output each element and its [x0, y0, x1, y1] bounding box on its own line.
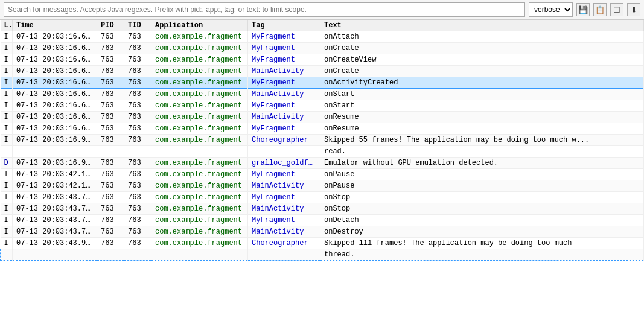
cell-level: I: [1, 238, 13, 249]
table-row[interactable]: I07-13 20:03:43.788763763com.example.fra…: [1, 226, 644, 238]
table-row[interactable]: I07-13 20:03:16.678763763com.example.fra…: [1, 89, 644, 100]
cell-app: com.example.fragment: [151, 123, 248, 135]
cell-time: 07-13 20:03:16.658: [13, 31, 97, 43]
toolbar: verbosedebuginfowarnerrorassert 💾 📋 ☐ ⬇: [0, 0, 644, 20]
cell-time: 07-13 20:03:43.788: [13, 226, 97, 238]
table-row[interactable]: I07-13 20:03:16.658763763com.example.fra…: [1, 54, 644, 66]
cell-tag: MyFragment: [248, 100, 320, 112]
cell-level: I: [1, 112, 13, 123]
cell-time: 07-13 20:03:16.908: [13, 135, 97, 146]
table-row[interactable]: I07-13 20:03:16.678763763com.example.fra…: [1, 66, 644, 77]
cell-pid: 763: [97, 158, 124, 169]
cell-time: 07-13 20:03:16.698: [13, 123, 97, 135]
cell-tag: MainActivity: [248, 112, 320, 123]
cell-tid: 763: [124, 31, 151, 43]
screenshot-button[interactable]: 📋: [593, 3, 607, 16]
table-row[interactable]: thread.: [1, 249, 644, 261]
col-header-text: Text: [320, 20, 644, 31]
save-button[interactable]: 💾: [576, 3, 590, 16]
cell-tid: 763: [124, 112, 151, 123]
table-row[interactable]: I07-13 20:03:16.688763763com.example.fra…: [1, 100, 644, 112]
cell-time: [13, 249, 97, 261]
table-row[interactable]: read.: [1, 146, 644, 158]
cell-tid: 763: [124, 100, 151, 112]
table-row[interactable]: I07-13 20:03:43.788763763com.example.fra…: [1, 203, 644, 215]
cell-tag: [248, 249, 320, 261]
cell-app: com.example.fragment: [151, 238, 248, 249]
cell-app: [151, 249, 248, 261]
cell-pid: 763: [97, 226, 124, 238]
search-input[interactable]: [4, 2, 525, 17]
cell-tid: 763: [124, 192, 151, 203]
cell-pid: 763: [97, 66, 124, 77]
cell-text: onResume: [320, 123, 644, 135]
table-row[interactable]: D07-13 20:03:16.978763763com.example.fra…: [1, 158, 644, 169]
table-row[interactable]: I07-13 20:03:43.788763763com.example.fra…: [1, 215, 644, 226]
table-row[interactable]: I07-13 20:03:16.688763763com.example.fra…: [1, 112, 644, 123]
cell-time: 07-13 20:03:16.678: [13, 66, 97, 77]
cell-pid: 763: [97, 77, 124, 89]
table-row[interactable]: I07-13 20:03:16.678763763com.example.fra…: [1, 77, 644, 89]
cell-app: com.example.fragment: [151, 180, 248, 192]
cell-pid: 763: [97, 215, 124, 226]
cell-level: I: [1, 54, 13, 66]
cell-level: I: [1, 169, 13, 180]
cell-time: [13, 146, 97, 158]
cell-level: I: [1, 180, 13, 192]
table-row[interactable]: I07-13 20:03:42.118763763com.example.fra…: [1, 180, 644, 192]
cell-text: onStop: [320, 203, 644, 215]
col-header-pid: PID: [97, 20, 124, 31]
table-row[interactable]: I07-13 20:03:43.788763763com.example.fra…: [1, 192, 644, 203]
cell-tid: 763: [124, 89, 151, 100]
log-table-container: L... Time PID TID Application Tag Text I…: [0, 20, 644, 313]
cell-tag: MainActivity: [248, 89, 320, 100]
clear-button[interactable]: ☐: [610, 3, 623, 16]
cell-tid: 763: [124, 123, 151, 135]
cell-time: 07-13 20:03:16.678: [13, 89, 97, 100]
cell-text: onCreateView: [320, 54, 644, 66]
cell-app: com.example.fragment: [151, 54, 248, 66]
cell-text: onStart: [320, 100, 644, 112]
cell-pid: 763: [97, 54, 124, 66]
cell-level: I: [1, 100, 13, 112]
cell-time: 07-13 20:03:16.688: [13, 100, 97, 112]
cell-text: onDestroy: [320, 226, 644, 238]
cell-text: onCreate: [320, 66, 644, 77]
cell-level: I: [1, 215, 13, 226]
cell-level: [1, 249, 13, 261]
table-row[interactable]: I07-13 20:03:43.958763763com.example.fra…: [1, 238, 644, 249]
cell-tid: 763: [124, 77, 151, 89]
cell-tag: MyFragment: [248, 31, 320, 43]
cell-level: I: [1, 66, 13, 77]
cell-pid: 763: [97, 43, 124, 54]
cell-text: onActivityCreated: [320, 77, 644, 89]
table-row[interactable]: I07-13 20:03:42.118763763com.example.fra…: [1, 169, 644, 180]
table-row[interactable]: I07-13 20:03:16.658763763com.example.fra…: [1, 43, 644, 54]
cell-level: I: [1, 226, 13, 238]
cell-tag: gralloc_goldfish: [248, 158, 320, 169]
cell-tid: 763: [124, 43, 151, 54]
cell-tag: MyFragment: [248, 77, 320, 89]
cell-text: read.: [320, 146, 644, 158]
cell-tag: [248, 146, 320, 158]
cell-time: 07-13 20:03:16.678: [13, 77, 97, 89]
cell-text: onAttach: [320, 31, 644, 43]
cell-text: Skipped 55 frames! The application may b…: [320, 135, 644, 146]
cell-pid: 763: [97, 238, 124, 249]
scroll-button[interactable]: ⬇: [627, 3, 640, 16]
cell-pid: [97, 249, 124, 261]
cell-level: I: [1, 123, 13, 135]
cell-text: onPause: [320, 169, 644, 180]
cell-text: onCreate: [320, 43, 644, 54]
cell-tag: MainActivity: [248, 226, 320, 238]
cell-text: thread.: [320, 249, 644, 261]
verbose-select[interactable]: verbosedebuginfowarnerrorassert: [529, 2, 573, 17]
cell-time: 07-13 20:03:43.788: [13, 203, 97, 215]
cell-tag: MainActivity: [248, 203, 320, 215]
table-row[interactable]: I07-13 20:03:16.698763763com.example.fra…: [1, 123, 644, 135]
cell-pid: 763: [97, 180, 124, 192]
col-header-time: Time: [13, 20, 97, 31]
cell-time: 07-13 20:03:16.658: [13, 43, 97, 54]
table-row[interactable]: I07-13 20:03:16.908763763com.example.fra…: [1, 135, 644, 146]
table-row[interactable]: I07-13 20:03:16.658763763com.example.fra…: [1, 31, 644, 43]
